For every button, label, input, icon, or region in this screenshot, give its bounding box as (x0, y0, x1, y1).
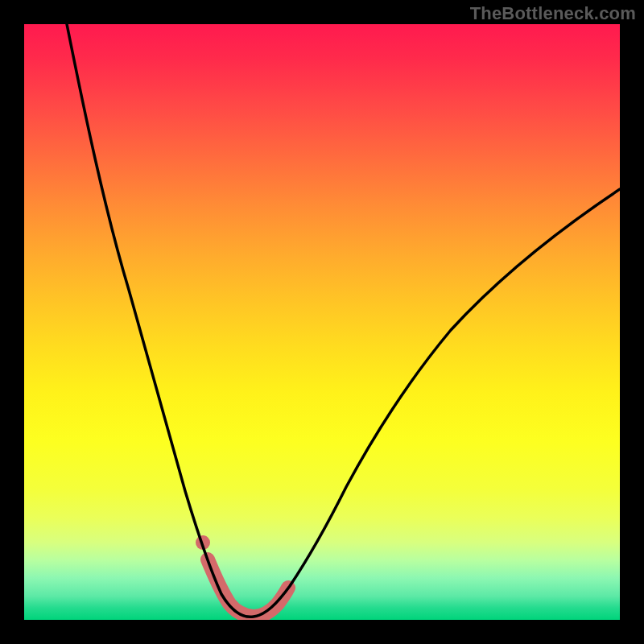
chart-frame: TheBottleneck.com (0, 0, 644, 644)
bottleneck-curve (67, 24, 620, 617)
plot-area (24, 24, 620, 620)
watermark-text: TheBottleneck.com (470, 3, 636, 24)
chart-svg (24, 24, 620, 620)
